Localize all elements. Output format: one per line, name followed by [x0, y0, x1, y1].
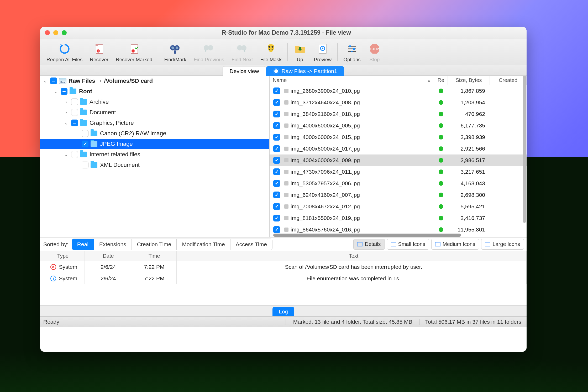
tab-raw-files[interactable]: Raw Files -> Partition1 [266, 66, 344, 76]
checkbox[interactable] [61, 88, 67, 95]
toolbar-up-button[interactable]: Up [290, 40, 310, 64]
minimize-icon[interactable] [53, 30, 58, 35]
checkbox-checked[interactable] [273, 180, 280, 187]
sort-modification-time-button[interactable]: Modification Time [177, 239, 230, 250]
checkbox-mixed[interactable] [50, 78, 57, 84]
checkbox-checked[interactable] [273, 99, 280, 106]
horizontal-scrollbar[interactable] [273, 234, 461, 237]
checkbox[interactable] [71, 99, 78, 105]
view-label: Medium Icons [443, 241, 475, 247]
file-row[interactable]: img_7008x4672x24_012.jpg5,595,421 [270, 201, 527, 212]
view-details-button[interactable]: Details [353, 239, 385, 250]
file-row[interactable]: img_3840x2160x24_018.jpg470,962 [270, 108, 527, 120]
sort-real-button[interactable]: Real [72, 239, 94, 250]
chevron-down-icon[interactable]: ⌄ [53, 89, 59, 94]
file-size: 2,698,300 [448, 192, 490, 198]
chevron-right-icon[interactable]: › [63, 99, 69, 105]
folder-icon [91, 131, 97, 136]
svg-point-13 [241, 45, 246, 50]
checkbox[interactable] [71, 120, 78, 126]
sort-creation-time-button[interactable]: Creation Time [132, 239, 177, 250]
file-row[interactable]: img_6240x4160x24_007.jpg2,698,300 [270, 189, 527, 201]
tree-item[interactable]: XML Document [40, 160, 269, 170]
checkbox-checked[interactable] [273, 87, 280, 94]
col-size[interactable]: Size, Bytes [448, 76, 490, 85]
file-row[interactable]: img_4000x6000x24_017.jpg2,921,566 [270, 143, 527, 154]
file-row[interactable]: img_4730x7096x24_011.jpg3,217,651 [270, 166, 527, 178]
find-mark-icon [169, 43, 182, 55]
view-large-icons-button[interactable]: Large Icons [481, 239, 524, 250]
col-recoverable[interactable]: Re [434, 76, 448, 85]
file-name: img_7008x4672x24_012.jpg [291, 203, 434, 210]
file-row[interactable]: img_4000x6000x24_005.jpg6,177,735 [270, 120, 527, 131]
checkbox-checked[interactable] [273, 145, 280, 152]
file-row[interactable]: img_5305x7957x24_006.jpg4,163,043 [270, 178, 527, 189]
toolbar-file-mask-button[interactable]: File Mask [256, 40, 285, 64]
recover-icon [93, 43, 106, 55]
view-medium-icons-button[interactable]: Medium Icons [431, 239, 479, 250]
checkbox-checked[interactable] [273, 215, 280, 221]
raw-icon: Raw [59, 78, 66, 84]
tree-item[interactable]: ›Document [40, 107, 269, 118]
checkbox-checked[interactable] [273, 157, 280, 164]
checkbox[interactable] [82, 141, 88, 147]
folder-tree[interactable]: ⌄RawRaw Files → /Volumes/SD card⌄Root›Ar… [40, 76, 270, 237]
checkbox-checked[interactable] [273, 203, 280, 210]
file-rows[interactable]: img_2680x3900x24_010.jpg1,867,859img_371… [270, 85, 527, 237]
tree-item[interactable]: ›Archive [40, 97, 269, 107]
log-col-date[interactable]: Date [85, 251, 132, 261]
file-row[interactable]: img_4000x6000x24_015.jpg2,398,939 [270, 131, 527, 143]
file-size: 470,962 [448, 111, 490, 117]
view-mode-icon [435, 242, 440, 246]
maximize-icon[interactable] [62, 30, 67, 35]
toolbar-separator [337, 43, 338, 61]
tab-device-view[interactable]: Device view [223, 66, 266, 76]
tree-item[interactable]: ⌄Root [40, 86, 269, 97]
chevron-right-icon[interactable]: › [63, 110, 69, 115]
checkbox-checked[interactable] [273, 122, 280, 129]
tree-item[interactable]: Canon (CR2) RAW image [40, 128, 269, 139]
checkbox[interactable] [82, 162, 88, 168]
checkbox-checked[interactable] [273, 192, 280, 198]
vertical-scrollbar[interactable] [523, 76, 526, 223]
tab-log[interactable]: Log [272, 307, 294, 316]
svg-rect-17 [295, 46, 300, 48]
close-icon[interactable] [45, 30, 50, 35]
file-row[interactable]: img_2680x3900x24_010.jpg1,867,859 [270, 85, 527, 97]
checkbox[interactable] [82, 130, 88, 137]
log-row[interactable]: ✕System2/6/247:22 PMScan of /Volumes/SD … [40, 261, 527, 273]
toolbar-recover-button[interactable]: Recover [86, 40, 112, 64]
checkbox-checked[interactable] [273, 134, 280, 141]
file-row[interactable]: img_3712x4640x24_008.jpg1,203,954 [270, 97, 527, 108]
col-created[interactable]: Created [490, 76, 527, 85]
log-date: 2/6/24 [85, 273, 132, 284]
tree-item[interactable]: JPEG Image [40, 139, 269, 149]
log-col-type[interactable]: Type [40, 251, 85, 261]
checkbox[interactable] [71, 151, 78, 158]
log-col-time[interactable]: Time [132, 251, 177, 261]
toolbar-reopen-button[interactable]: Reopen All Files [43, 40, 86, 64]
checkbox[interactable] [71, 109, 78, 116]
sort-extensions-button[interactable]: Extensions [94, 239, 132, 250]
toolbar-options-button[interactable]: Options [340, 40, 364, 64]
checkbox-checked[interactable] [273, 168, 280, 175]
tree-item[interactable]: ⌄Internet related files [40, 149, 269, 160]
chevron-down-icon[interactable]: ⌄ [63, 120, 69, 126]
file-row[interactable]: img_8181x5500x24_019.jpg2,416,737 [270, 212, 527, 224]
tree-item[interactable]: ⌄Graphics, Picture [40, 118, 269, 128]
toolbar-preview-button[interactable]: Preview [310, 40, 335, 64]
toolbar-find-mark-button[interactable]: Find/Mark [160, 40, 190, 64]
log-col-text[interactable]: Text [177, 251, 527, 261]
sort-access-time-button[interactable]: Access Time [230, 239, 272, 250]
recoverable-indicator [434, 181, 448, 186]
tree-root[interactable]: ⌄RawRaw Files → /Volumes/SD card [40, 76, 269, 86]
file-row[interactable]: img_4004x6000x24_009.jpg2,986,517 [270, 154, 527, 166]
view-small-icons-button[interactable]: Small Icons [387, 239, 429, 250]
view-mode-icon [485, 242, 490, 246]
col-name[interactable]: Name▲ [270, 76, 434, 85]
checkbox-checked[interactable] [273, 226, 280, 233]
chevron-down-icon[interactable]: ⌄ [63, 152, 69, 157]
toolbar-recover-marked-button[interactable]: Recover Marked [112, 40, 156, 64]
log-row[interactable]: iSystem2/6/247:22 PMFile enumeration was… [40, 273, 527, 284]
checkbox-checked[interactable] [273, 111, 280, 117]
